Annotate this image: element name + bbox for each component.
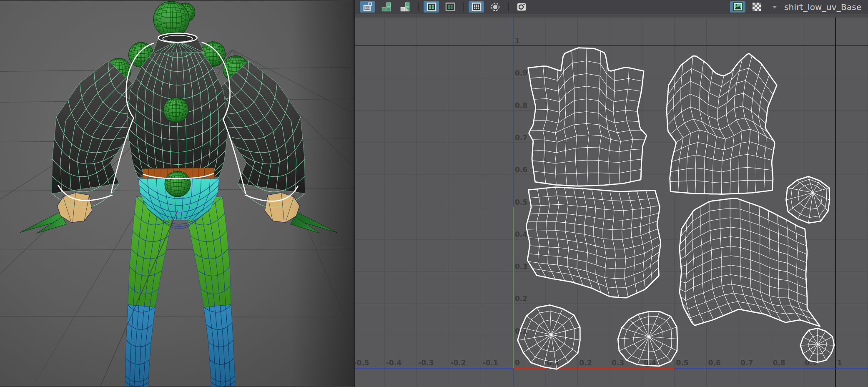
collar[interactable] bbox=[153, 33, 204, 53]
v-axis-label: 0.2 bbox=[515, 294, 527, 303]
u-axis-label: -0.2 bbox=[450, 359, 466, 367]
checker-map-icon bbox=[752, 2, 762, 12]
u-axis-label: 0 bbox=[515, 359, 520, 367]
maya-uv-editing-workspace: shirt_low_uv_Base -0.5-0.4-0.3-0.2-0.100… bbox=[0, 0, 868, 387]
texture-name-label[interactable]: shirt_low_uv_Base bbox=[784, 2, 861, 12]
u-axis-label: -0.4 bbox=[386, 359, 401, 367]
uv-toolbar-right-group: shirt_low_uv_Base bbox=[730, 0, 861, 14]
toolbar-separator bbox=[463, 3, 464, 12]
v-axis-label: 0.4 bbox=[515, 230, 527, 239]
v-axis-label: 0.5 bbox=[515, 198, 527, 206]
checker-tiles-button[interactable] bbox=[379, 1, 394, 13]
u-axis-label: 1 bbox=[837, 359, 842, 367]
checker-map-button[interactable] bbox=[749, 1, 764, 13]
pixel-grid-button[interactable] bbox=[469, 1, 484, 13]
texture-borders-off-button[interactable] bbox=[442, 1, 458, 13]
toolbar-separator bbox=[508, 3, 509, 12]
v-axis-label: 0.8 bbox=[515, 101, 527, 110]
3d-viewport[interactable] bbox=[0, 0, 353, 387]
u-axis-label: 0.7 bbox=[740, 359, 753, 367]
v-axis-label: 1 bbox=[515, 37, 520, 45]
shell-layout-button[interactable] bbox=[360, 1, 375, 13]
checker-tiles-shaded-icon bbox=[400, 2, 410, 12]
image-display-icon bbox=[733, 2, 743, 12]
u-axis-label: -0.1 bbox=[483, 359, 498, 367]
uv-editor-panel: shirt_low_uv_Base -0.5-0.4-0.3-0.2-0.100… bbox=[355, 0, 868, 387]
uv-toolbar-left-group bbox=[360, 1, 532, 13]
u-axis-label: 0.5 bbox=[676, 359, 689, 367]
texture-borders-icon bbox=[426, 2, 437, 12]
shell-layout-icon bbox=[363, 2, 373, 12]
viewport-edge-shadow bbox=[291, 1, 353, 386]
u-axis-label: 0.8 bbox=[773, 359, 785, 367]
u-axis-label: 0.6 bbox=[708, 359, 721, 367]
u-axis-label: 0.9 bbox=[805, 359, 818, 367]
shade-uvs-button[interactable] bbox=[487, 1, 503, 13]
texture-display-buttons bbox=[730, 1, 768, 13]
toolbar-separator bbox=[418, 3, 419, 12]
head-sphere[interactable] bbox=[153, 1, 189, 37]
u-axis-label: -0.5 bbox=[355, 359, 369, 367]
texture-borders-off-icon bbox=[445, 2, 455, 12]
texture-menu-arrow-icon[interactable] bbox=[772, 4, 778, 10]
shade-uvs-icon bbox=[490, 2, 500, 12]
u-axis-label: 0.2 bbox=[580, 359, 592, 367]
uv-snapshot-icon bbox=[517, 2, 527, 12]
v-axis-label: 0.7 bbox=[515, 133, 527, 142]
v-axis-label: 0.6 bbox=[515, 166, 527, 174]
u-axis-label: -0.3 bbox=[418, 359, 434, 367]
uv-toolbar: shirt_low_uv_Base bbox=[355, 0, 868, 14]
uv-snapshot-button[interactable] bbox=[514, 1, 529, 13]
u-axis-label: 0.1 bbox=[547, 359, 559, 367]
v-axis-label: 0.3 bbox=[515, 262, 527, 271]
texture-borders-button[interactable] bbox=[424, 1, 439, 13]
pixel-grid-icon bbox=[472, 2, 482, 12]
v-axis-label: 0.9 bbox=[515, 69, 527, 77]
3d-scene bbox=[0, 0, 353, 387]
belly-sphere[interactable] bbox=[165, 171, 191, 197]
uv-canvas[interactable]: -0.5-0.4-0.3-0.2-0.100.10.20.30.40.50.60… bbox=[355, 14, 868, 387]
checker-tiles-shaded-button[interactable] bbox=[397, 1, 413, 13]
checker-tiles-icon bbox=[381, 2, 391, 12]
image-display-button[interactable] bbox=[730, 1, 745, 13]
uv-grid: -0.5-0.4-0.3-0.2-0.100.10.20.30.40.50.60… bbox=[355, 18, 868, 387]
u-axis-label: 0.3 bbox=[612, 359, 624, 367]
chest-sphere[interactable] bbox=[163, 98, 188, 123]
